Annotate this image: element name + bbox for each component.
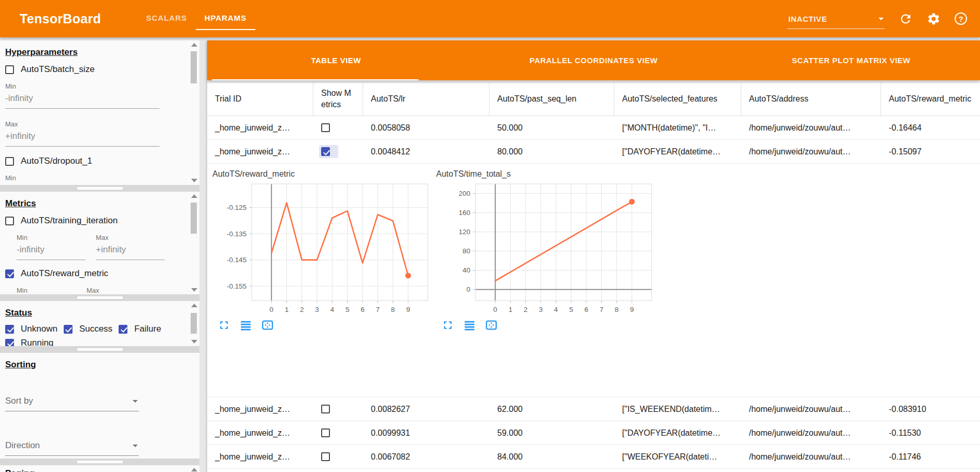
- top-nav: SCALARS HPARAMS: [137, 7, 255, 30]
- scrollbar: [190, 42, 198, 183]
- show-metrics-checkbox[interactable]: [321, 452, 330, 461]
- sort-by-label: Sort by: [5, 396, 33, 406]
- refresh-icon[interactable]: [899, 12, 913, 26]
- max-input[interactable]: +infinity: [96, 241, 165, 260]
- svg-text:40: 40: [463, 266, 470, 274]
- svg-text:3: 3: [315, 306, 319, 313]
- scroll-down-icon[interactable]: [191, 179, 197, 182]
- metric-item-training-iteration[interactable]: AutoTS/training_iteration: [5, 216, 180, 226]
- nav-tab-hparams[interactable]: HPARAMS: [196, 7, 255, 30]
- hparam-item-dropout-1[interactable]: AutoTS/dropout_1: [5, 156, 180, 166]
- past-seq-len-cell: 50.000: [489, 123, 614, 133]
- dropdown-arrow-icon: [133, 445, 138, 450]
- show-metrics-cell: [313, 426, 363, 439]
- checkbox-ripple: [319, 145, 338, 158]
- svg-text:-0.125: -0.125: [227, 204, 247, 211]
- scroll-up-icon[interactable]: [191, 468, 197, 471]
- svg-text:1: 1: [509, 306, 513, 313]
- justify-lines-icon[interactable]: [239, 319, 252, 332]
- address-cell: /home/junweid/zouwu/aut…: [741, 147, 881, 156]
- fit-to-data-icon[interactable]: [485, 319, 498, 332]
- tab-scatter-plot-matrix-view[interactable]: SCATTER PLOT MATRIX VIEW: [723, 40, 980, 80]
- status-option[interactable]: Unknown: [5, 324, 57, 334]
- fit-to-data-icon[interactable]: [261, 319, 274, 332]
- scrollbar-thumb[interactable]: [191, 51, 197, 83]
- checkbox-icon[interactable]: [5, 65, 14, 74]
- hparam-label: AutoTS/dropout_1: [21, 156, 92, 166]
- checkbox-icon[interactable]: [5, 325, 14, 334]
- tab-parallel-coordinates-view[interactable]: PARALLEL COORDINATES VIEW: [465, 40, 722, 80]
- scroll-up-icon[interactable]: [191, 304, 197, 307]
- scrollbar-thumb[interactable]: [191, 203, 197, 234]
- fullscreen-icon[interactable]: [218, 319, 230, 332]
- panel-resize-handle[interactable]: [0, 185, 199, 192]
- checkbox-icon[interactable]: [5, 157, 14, 166]
- min-filter-field: Min: [5, 174, 180, 182]
- settings-gear-icon[interactable]: [927, 12, 941, 26]
- help-icon[interactable]: ?: [955, 12, 967, 25]
- svg-text:8: 8: [615, 306, 619, 313]
- min-input[interactable]: -infinity: [17, 241, 85, 260]
- tab-table-view[interactable]: TABLE VIEW: [207, 40, 465, 80]
- panel-resize-handle[interactable]: [0, 294, 199, 301]
- checkbox-icon[interactable]: [5, 339, 14, 347]
- hparam-item-batch-size[interactable]: AutoTS/batch_size: [5, 64, 180, 75]
- show-metrics-checkbox[interactable]: [321, 123, 330, 132]
- column-header-lr: AutoTS/lr: [363, 82, 489, 116]
- column-header-past-seq-len: AutoTS/past_seq_len: [489, 82, 614, 116]
- scroll-down-icon[interactable]: [191, 340, 197, 344]
- min-label: Min: [5, 82, 180, 90]
- table-row: _home_junweid_z… 0.0067082 84.000 ["WEEK…: [207, 445, 980, 469]
- min-label: Min: [5, 174, 180, 182]
- direction-label: Direction: [5, 440, 40, 451]
- checkbox-icon[interactable]: [119, 325, 127, 334]
- selected-features-cell: ["MONTH(datetime)", "I…: [614, 123, 741, 133]
- table-row: _home_junweid_z… 0.0082627 62.000 ["IS_W…: [207, 397, 980, 421]
- fullscreen-icon[interactable]: [441, 319, 454, 332]
- checkbox-icon[interactable]: [64, 325, 73, 334]
- scrollbar: [190, 467, 198, 470]
- show-metrics-checkbox[interactable]: [321, 405, 330, 413]
- max-filter-field: Max +infinity: [96, 234, 165, 260]
- run-status-dropdown[interactable]: INACTIVE: [787, 13, 885, 29]
- min-input[interactable]: -infinity: [5, 90, 160, 109]
- table-row: _home_junweid_z… 0.0058058 50.000 ["MONT…: [207, 116, 980, 140]
- scroll-down-icon[interactable]: [191, 288, 197, 292]
- paging-panel: Paging: [0, 465, 199, 472]
- lr-cell: 0.0099931: [363, 428, 489, 438]
- status-option[interactable]: Running: [5, 338, 53, 346]
- show-metrics-checkbox[interactable]: [321, 428, 330, 437]
- direction-select[interactable]: Direction: [5, 438, 139, 456]
- checkbox-ripple: [319, 403, 332, 416]
- checkbox-icon[interactable]: [5, 217, 14, 225]
- trial-id-cell: _home_junweid_z…: [207, 147, 313, 156]
- svg-text:7: 7: [376, 306, 380, 313]
- status-option[interactable]: Success: [64, 324, 112, 334]
- metrics-panel: Metrics AutoTS/training_iteration Min -i…: [0, 192, 199, 294]
- main-panel: TABLE VIEW PARALLEL COORDINATES VIEW SCA…: [207, 40, 980, 472]
- status-option-label: Failure: [134, 324, 161, 334]
- sort-by-select[interactable]: Sort by: [5, 394, 139, 411]
- checkbox-ripple: [319, 121, 332, 134]
- chart-plot[interactable]: 040801201602000123456789: [435, 180, 659, 318]
- metric-item-reward-metric[interactable]: AutoTS/reward_metric: [5, 268, 180, 279]
- scroll-up-icon[interactable]: [191, 43, 197, 47]
- max-input[interactable]: +infinity: [5, 128, 160, 147]
- past-seq-len-cell: 59.000: [489, 428, 614, 438]
- scrollbar-thumb[interactable]: [191, 313, 197, 334]
- checkbox-icon[interactable]: [5, 269, 14, 278]
- justify-lines-icon[interactable]: [463, 319, 476, 332]
- status-option[interactable]: Failure: [119, 324, 161, 334]
- svg-text:2: 2: [300, 306, 304, 313]
- svg-text:2: 2: [524, 306, 528, 313]
- nav-tab-scalars[interactable]: SCALARS: [137, 7, 196, 30]
- chart-plot[interactable]: -0.125-0.135-0.145-0.1550123456789: [211, 180, 435, 318]
- trials-table: Trial ID Show Metrics AutoTS/lr AutoTS/p…: [207, 82, 980, 469]
- scroll-up-icon[interactable]: [191, 194, 197, 198]
- panel-resize-handle[interactable]: [0, 346, 199, 353]
- panel-resize-handle[interactable]: [0, 459, 199, 465]
- view-tab-bar: TABLE VIEW PARALLEL COORDINATES VIEW SCA…: [207, 40, 980, 80]
- svg-text:-0.145: -0.145: [227, 256, 247, 264]
- chart-title: AutoTS/reward_metric: [212, 169, 435, 179]
- show-metrics-checkbox[interactable]: [321, 147, 330, 156]
